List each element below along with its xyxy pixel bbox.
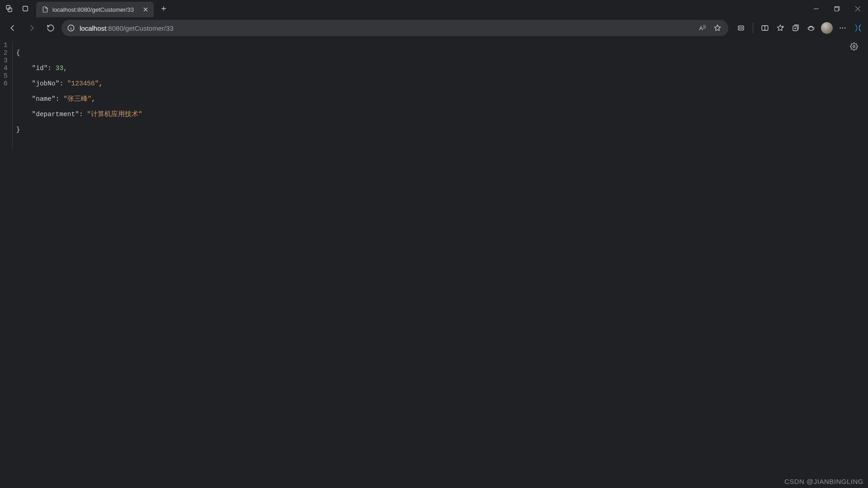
svg-point-9 bbox=[741, 28, 742, 28]
toolbar-icons bbox=[731, 22, 863, 34]
collections-icon[interactable] bbox=[790, 23, 801, 33]
file-icon bbox=[42, 6, 49, 13]
favorite-icon[interactable] bbox=[712, 23, 723, 33]
read-aloud-icon[interactable]: A)) bbox=[699, 24, 706, 32]
gear-icon[interactable] bbox=[850, 42, 863, 55]
url-rest: :8080/getCustomer/33 bbox=[106, 24, 173, 32]
copilot-icon[interactable] bbox=[853, 23, 863, 33]
close-icon[interactable] bbox=[142, 6, 149, 13]
line-number: 5 bbox=[3, 72, 9, 80]
line-number: 3 bbox=[3, 57, 9, 65]
active-tab[interactable]: localhost:8080/getCustomer/33 bbox=[36, 2, 154, 17]
tab-title: localhost:8080/getCustomer/33 bbox=[52, 6, 134, 13]
url-host: localhost bbox=[80, 24, 106, 32]
viewport: 1 2 3 4 5 6 { "id": 33, "jobNo": "123456… bbox=[0, 39, 868, 488]
performance-icon[interactable] bbox=[806, 23, 816, 33]
svg-point-14 bbox=[844, 28, 845, 28]
url-text: localhost:8080/getCustomer/33 bbox=[80, 24, 174, 32]
line-gutter: 1 2 3 4 5 6 bbox=[3, 42, 13, 149]
avatar[interactable] bbox=[821, 22, 833, 34]
svg-point-12 bbox=[840, 28, 841, 28]
svg-rect-2 bbox=[23, 6, 28, 11]
title-left-icons bbox=[4, 3, 36, 14]
title-bar: localhost:8080/getCustomer/33 bbox=[0, 0, 868, 17]
json-content[interactable]: { "id": 33, "jobNo": "123456", "name": "… bbox=[13, 42, 142, 149]
svg-point-8 bbox=[740, 28, 741, 28]
json-viewer: 1 2 3 4 5 6 { "id": 33, "jobNo": "123456… bbox=[3, 42, 142, 149]
site-info-icon[interactable] bbox=[67, 24, 75, 32]
line-number: 1 bbox=[3, 42, 9, 49]
line-number: 2 bbox=[3, 49, 9, 57]
svg-rect-5 bbox=[835, 7, 838, 11]
maximize-button[interactable] bbox=[826, 0, 847, 17]
favorites-bar-icon[interactable] bbox=[775, 23, 786, 33]
svg-rect-7 bbox=[738, 26, 744, 30]
new-tab-button[interactable] bbox=[156, 1, 171, 16]
split-screen-icon[interactable] bbox=[760, 23, 770, 33]
window-controls bbox=[806, 0, 868, 17]
refresh-button[interactable] bbox=[42, 20, 59, 36]
line-number: 4 bbox=[3, 65, 9, 72]
svg-point-15 bbox=[853, 46, 855, 48]
tab-actions-icon[interactable] bbox=[20, 3, 31, 14]
more-icon[interactable] bbox=[837, 23, 848, 33]
back-button[interactable] bbox=[5, 20, 21, 36]
divider bbox=[753, 23, 753, 33]
minimize-button[interactable] bbox=[806, 0, 826, 17]
nav-row: localhost:8080/getCustomer/33 A)) bbox=[0, 17, 868, 39]
watermark: CSDN @JIANBINGLING bbox=[784, 478, 863, 485]
line-number: 6 bbox=[3, 80, 9, 88]
workspace-icon[interactable] bbox=[4, 3, 14, 14]
immersive-reader-icon[interactable] bbox=[736, 23, 746, 33]
address-bar[interactable]: localhost:8080/getCustomer/33 A)) bbox=[61, 20, 728, 36]
svg-point-13 bbox=[842, 28, 843, 28]
forward-button[interactable] bbox=[24, 20, 40, 36]
close-button[interactable] bbox=[847, 0, 868, 17]
tabs: localhost:8080/getCustomer/33 bbox=[36, 0, 171, 17]
